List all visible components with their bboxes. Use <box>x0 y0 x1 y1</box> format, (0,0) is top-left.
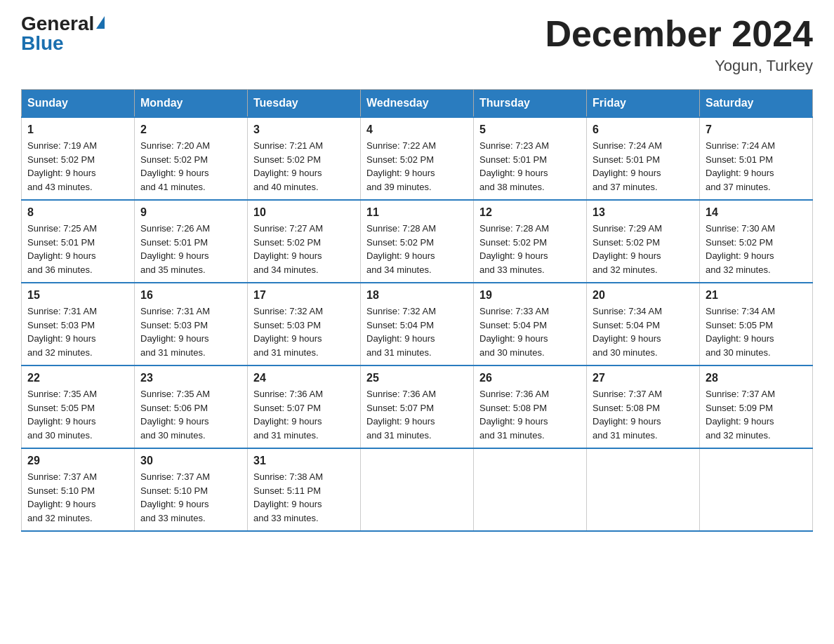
daylight-line2: and 31 minutes. <box>140 347 206 358</box>
table-row: 21 Sunrise: 7:34 AM Sunset: 5:05 PM Dayl… <box>700 283 813 365</box>
daylight-line2: and 33 minutes. <box>253 513 319 523</box>
day-info: Sunrise: 7:21 AM Sunset: 5:02 PM Dayligh… <box>253 139 355 194</box>
table-row <box>700 448 813 531</box>
sunset-line: Sunset: 5:09 PM <box>706 403 773 413</box>
day-number: 4 <box>366 123 468 136</box>
sunrise-line: Sunrise: 7:32 AM <box>253 306 323 316</box>
calendar-week-2: 8 Sunrise: 7:25 AM Sunset: 5:01 PM Dayli… <box>22 200 813 283</box>
table-row: 3 Sunrise: 7:21 AM Sunset: 5:02 PM Dayli… <box>248 117 361 200</box>
sunrise-line: Sunrise: 7:34 AM <box>593 306 662 316</box>
day-number: 21 <box>706 289 807 302</box>
sunrise-line: Sunrise: 7:32 AM <box>366 306 436 316</box>
daylight-line: Daylight: 9 hours <box>140 333 209 344</box>
daylight-line: Daylight: 9 hours <box>706 250 774 261</box>
page-header: General Blue December 2024 Yogun, Turkey <box>21 14 813 75</box>
table-row: 14 Sunrise: 7:30 AM Sunset: 5:02 PM Dayl… <box>700 200 813 283</box>
daylight-line2: and 41 minutes. <box>140 182 206 192</box>
day-info: Sunrise: 7:31 AM Sunset: 5:03 PM Dayligh… <box>27 304 128 359</box>
day-info: Sunrise: 7:24 AM Sunset: 5:01 PM Dayligh… <box>593 139 694 194</box>
col-friday: Friday <box>587 90 700 118</box>
daylight-line: Daylight: 9 hours <box>366 416 435 427</box>
day-info: Sunrise: 7:37 AM Sunset: 5:09 PM Dayligh… <box>706 387 807 442</box>
sunset-line: Sunset: 5:01 PM <box>479 154 547 165</box>
sunset-line: Sunset: 5:04 PM <box>366 320 434 330</box>
month-year-title: December 2024 <box>545 14 813 54</box>
day-info: Sunrise: 7:26 AM Sunset: 5:01 PM Dayligh… <box>140 222 241 276</box>
day-info: Sunrise: 7:23 AM Sunset: 5:01 PM Dayligh… <box>479 139 581 194</box>
logo-blue: Blue <box>21 34 64 53</box>
daylight-line: Daylight: 9 hours <box>253 250 322 261</box>
sunset-line: Sunset: 5:02 PM <box>706 237 773 248</box>
table-row <box>361 448 474 531</box>
sunset-line: Sunset: 5:02 PM <box>253 154 321 165</box>
calendar-header-row: Sunday Monday Tuesday Wednesday Thursday… <box>22 90 813 118</box>
sunrise-line: Sunrise: 7:37 AM <box>27 471 97 482</box>
day-number: 25 <box>366 372 468 384</box>
sunrise-line: Sunrise: 7:31 AM <box>140 306 210 316</box>
daylight-line2: and 30 minutes. <box>706 347 771 358</box>
sunrise-line: Sunrise: 7:28 AM <box>366 223 436 234</box>
table-row: 29 Sunrise: 7:37 AM Sunset: 5:10 PM Dayl… <box>22 448 135 531</box>
daylight-line: Daylight: 9 hours <box>479 416 548 427</box>
sunset-line: Sunset: 5:01 PM <box>706 154 773 165</box>
table-row: 23 Sunrise: 7:35 AM Sunset: 5:06 PM Dayl… <box>135 365 248 448</box>
sunset-line: Sunset: 5:02 PM <box>366 154 434 165</box>
sunset-line: Sunset: 5:02 PM <box>140 154 208 165</box>
day-number: 19 <box>479 289 581 302</box>
sunrise-line: Sunrise: 7:36 AM <box>479 389 549 399</box>
sunset-line: Sunset: 5:02 PM <box>27 154 95 165</box>
calendar-week-5: 29 Sunrise: 7:37 AM Sunset: 5:10 PM Dayl… <box>22 448 813 531</box>
calendar-week-3: 15 Sunrise: 7:31 AM Sunset: 5:03 PM Dayl… <box>22 283 813 365</box>
daylight-line: Daylight: 9 hours <box>27 499 96 509</box>
day-info: Sunrise: 7:22 AM Sunset: 5:02 PM Dayligh… <box>366 139 468 194</box>
sunrise-line: Sunrise: 7:27 AM <box>253 223 323 234</box>
day-info: Sunrise: 7:36 AM Sunset: 5:07 PM Dayligh… <box>366 387 468 442</box>
day-number: 3 <box>253 123 355 136</box>
day-info: Sunrise: 7:36 AM Sunset: 5:07 PM Dayligh… <box>253 387 355 442</box>
daylight-line: Daylight: 9 hours <box>706 333 774 344</box>
day-number: 11 <box>366 206 468 219</box>
col-sunday: Sunday <box>22 90 135 118</box>
day-number: 17 <box>253 289 355 302</box>
table-row: 19 Sunrise: 7:33 AM Sunset: 5:04 PM Dayl… <box>474 283 587 365</box>
daylight-line2: and 43 minutes. <box>27 182 93 192</box>
daylight-line2: and 30 minutes. <box>27 430 93 441</box>
day-number: 15 <box>27 289 128 302</box>
sunset-line: Sunset: 5:02 PM <box>253 237 321 248</box>
day-number: 6 <box>593 123 694 136</box>
table-row <box>474 448 587 531</box>
sunrise-line: Sunrise: 7:33 AM <box>479 306 549 316</box>
sunrise-line: Sunrise: 7:21 AM <box>253 140 323 151</box>
daylight-line2: and 32 minutes. <box>27 347 93 358</box>
col-saturday: Saturday <box>700 90 813 118</box>
daylight-line: Daylight: 9 hours <box>593 250 661 261</box>
sunset-line: Sunset: 5:04 PM <box>479 320 547 330</box>
day-info: Sunrise: 7:36 AM Sunset: 5:08 PM Dayligh… <box>479 387 581 442</box>
table-row: 18 Sunrise: 7:32 AM Sunset: 5:04 PM Dayl… <box>361 283 474 365</box>
daylight-line2: and 32 minutes. <box>706 264 771 275</box>
daylight-line2: and 33 minutes. <box>479 264 545 275</box>
daylight-line: Daylight: 9 hours <box>479 250 548 261</box>
day-number: 18 <box>366 289 468 302</box>
daylight-line2: and 37 minutes. <box>706 182 771 192</box>
day-info: Sunrise: 7:35 AM Sunset: 5:06 PM Dayligh… <box>140 387 241 442</box>
table-row: 2 Sunrise: 7:20 AM Sunset: 5:02 PM Dayli… <box>135 117 248 200</box>
day-info: Sunrise: 7:33 AM Sunset: 5:04 PM Dayligh… <box>479 304 581 359</box>
day-info: Sunrise: 7:25 AM Sunset: 5:01 PM Dayligh… <box>27 222 128 276</box>
table-row: 10 Sunrise: 7:27 AM Sunset: 5:02 PM Dayl… <box>248 200 361 283</box>
day-info: Sunrise: 7:27 AM Sunset: 5:02 PM Dayligh… <box>253 222 355 276</box>
table-row: 31 Sunrise: 7:38 AM Sunset: 5:11 PM Dayl… <box>248 448 361 531</box>
day-number: 14 <box>706 206 807 219</box>
daylight-line2: and 32 minutes. <box>593 264 658 275</box>
sunset-line: Sunset: 5:10 PM <box>140 485 208 496</box>
daylight-line2: and 30 minutes. <box>479 347 545 358</box>
logo-general: General <box>21 14 94 34</box>
sunrise-line: Sunrise: 7:28 AM <box>479 223 549 234</box>
sunset-line: Sunset: 5:01 PM <box>27 237 95 248</box>
col-tuesday: Tuesday <box>248 90 361 118</box>
daylight-line2: and 31 minutes. <box>253 430 319 441</box>
daylight-line: Daylight: 9 hours <box>253 168 322 178</box>
sunrise-line: Sunrise: 7:37 AM <box>593 389 662 399</box>
day-number: 30 <box>140 455 241 467</box>
table-row: 16 Sunrise: 7:31 AM Sunset: 5:03 PM Dayl… <box>135 283 248 365</box>
